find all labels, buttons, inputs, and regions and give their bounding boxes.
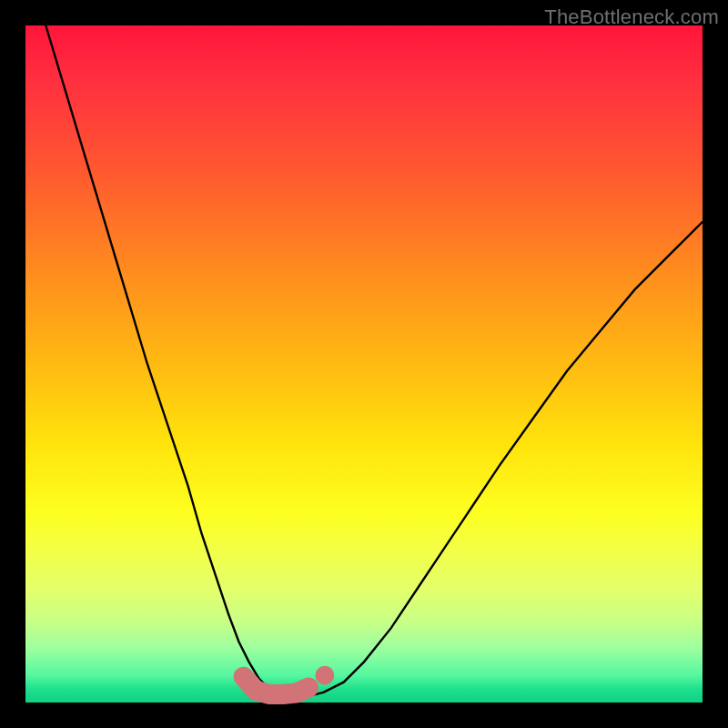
- watermark-text: TheBottleneck.com: [544, 5, 719, 29]
- optimal-range-marker: [244, 677, 308, 694]
- plot-area: [25, 25, 703, 703]
- bottleneck-curve: [46, 25, 703, 696]
- chart-frame: TheBottleneck.com: [0, 0, 728, 728]
- marker-dot: [315, 666, 334, 685]
- curve-layer: [25, 25, 703, 703]
